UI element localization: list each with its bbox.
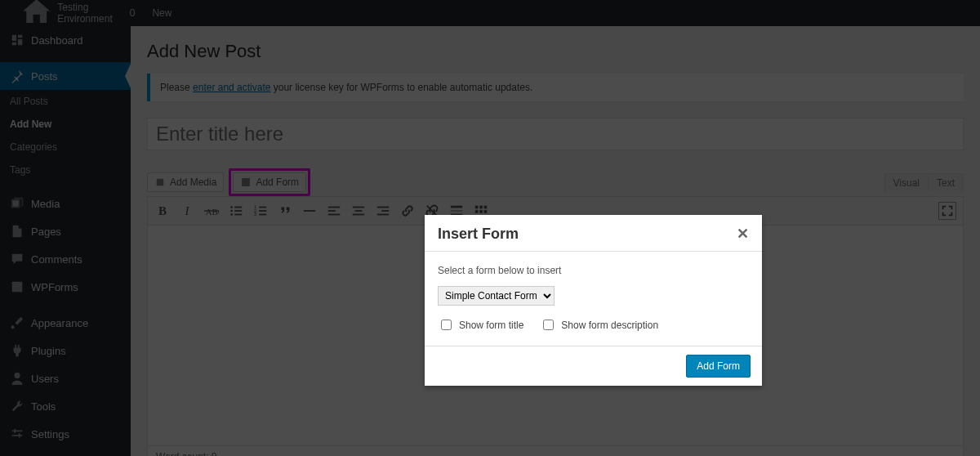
- modal-instruction: Select a form below to insert: [438, 265, 749, 276]
- show-description-option[interactable]: Show form description: [540, 317, 658, 333]
- show-title-label: Show form title: [459, 320, 523, 331]
- show-title-checkbox[interactable]: [441, 320, 452, 330]
- modal-close-button[interactable]: ✕: [737, 225, 749, 243]
- modal-body: Select a form below to insert Simple Con…: [425, 252, 762, 346]
- show-description-checkbox[interactable]: [543, 320, 554, 330]
- show-description-label: Show form description: [561, 320, 658, 331]
- modal-submit-button[interactable]: Add Form: [686, 355, 751, 378]
- show-title-option[interactable]: Show form title: [438, 317, 523, 333]
- modal-title: Insert Form: [438, 226, 519, 243]
- modal-footer: Add Form: [425, 346, 762, 386]
- form-select[interactable]: Simple Contact Form: [438, 286, 555, 306]
- modal-header: Insert Form ✕: [425, 215, 762, 252]
- modal-options: Show form title Show form description: [438, 317, 749, 333]
- insert-form-modal: Insert Form ✕ Select a form below to ins…: [425, 215, 762, 386]
